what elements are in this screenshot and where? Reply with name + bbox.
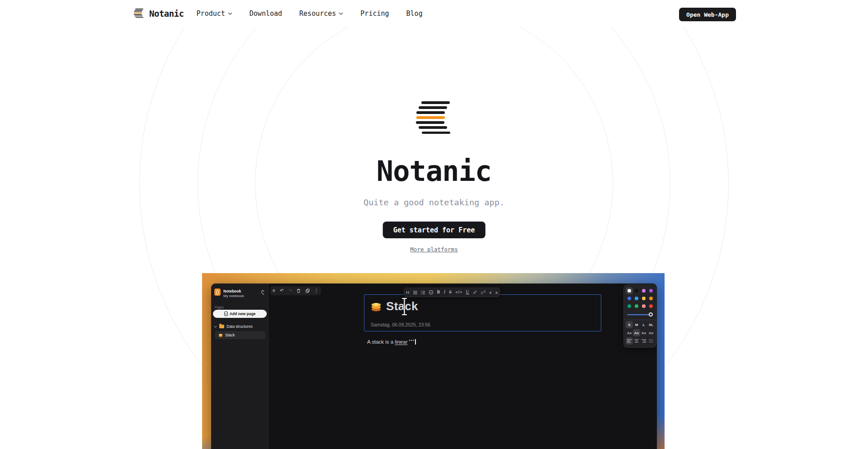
slider-knob[interactable] [649,312,653,317]
italic-button[interactable]: I [444,290,445,295]
align-center-icon[interactable] [633,337,640,345]
open-webapp-button[interactable]: Open Web-App [679,8,736,21]
font-option-1[interactable]: Aa [626,329,633,336]
new-page-icon [224,312,228,316]
chevron-down-icon [339,12,343,15]
heading-button[interactable]: H [406,290,409,295]
editor-area: ≡ ↶ ↷ ⋮ H B I S </> [269,284,657,449]
top-nav: Notanic Product Download Resources Prici… [0,0,868,27]
code-button[interactable]: </> [455,291,462,294]
note-body-text[interactable]: A stack is a linear*** [367,339,416,345]
notebook-switcher-icon[interactable] [261,290,264,295]
nav-item-blog[interactable]: Blog [406,9,423,18]
size-xl-button[interactable]: XL [647,321,655,328]
style-panel: S M L XL Aa Aa Aa Aa [623,284,656,348]
text-cursor [401,297,408,316]
bold-button[interactable]: B [437,290,440,295]
color-swatch-red[interactable] [647,302,655,310]
note-date: Samstag, 06.09.2025, 23:56 [371,322,430,327]
highlighter-icon[interactable] [473,290,477,294]
font-row: Aa Aa Aa Aa [626,329,654,336]
duplicate-icon[interactable] [306,288,310,293]
chevron-down-icon [214,326,217,328]
color-swatch-black[interactable] [633,287,640,294]
editor-toolbar: ≡ ↶ ↷ ⋮ [270,286,321,295]
nav-item-download[interactable]: Download [250,9,282,18]
underline-button[interactable]: U [466,290,469,295]
size-m-button[interactable]: M [633,321,640,328]
size-s-button[interactable]: S [626,321,633,328]
undo-icon[interactable]: ↶ [280,288,283,293]
font-option-3[interactable]: Aa [640,329,647,336]
size-row: S M L XL [626,321,654,328]
align-justify-icon[interactable] [647,337,655,345]
folder-icon [219,325,224,328]
color-swatch-green[interactable] [633,302,640,310]
notebook-subtitle: My notebook [223,294,244,298]
sidebar-page-stack[interactable]: Stack [215,331,265,339]
numbered-list-icon[interactable] [421,291,425,294]
color-swatch-purple[interactable] [647,287,655,294]
thickness-slider[interactable] [627,312,653,317]
page-title: Notanic [0,155,868,188]
checkbox-icon[interactable] [429,290,433,294]
bullet-list-icon[interactable] [413,291,417,294]
more-platforms-link[interactable]: More platforms [410,246,458,253]
app-sidebar: Notebook My notebook Pages Add new page … [211,284,269,449]
color-swatch-salmon[interactable] [640,302,647,310]
color-swatch-blue[interactable] [626,295,633,302]
panel-divider [624,320,656,320]
color-grid [626,287,654,310]
notanic-logo-icon [134,9,145,19]
chevron-down-icon [228,12,232,15]
color-swatch-orchid[interactable] [640,287,647,294]
brand-name: Notanic [149,9,184,19]
color-swatch-teal[interactable] [626,302,633,310]
app-screenshot: Notebook My notebook Pages Add new page … [202,273,665,449]
hero-subtitle: Quite a good notetaking app. [0,198,868,207]
link-icon[interactable] [481,290,486,294]
color-swatch-white[interactable] [626,287,633,294]
menu-icon[interactable]: ≡ [273,288,275,293]
linked-word[interactable]: linear [395,339,407,345]
redo-icon[interactable]: ↷ [288,288,292,293]
color-swatch-gold[interactable] [640,295,647,302]
alignment-row [626,337,654,345]
nav-item-product[interactable]: Product [197,9,232,18]
app-window: Notebook My notebook Pages Add new page … [211,284,657,449]
font-option-2[interactable]: Aa [633,329,640,336]
notanic-logo-large [416,101,452,134]
text-caret [415,339,416,345]
align-right-icon[interactable] [640,337,647,345]
more-options-icon[interactable]: ⋮ [314,288,319,293]
color-swatch-orange[interactable] [647,295,655,302]
nav-item-pricing[interactable]: Pricing [360,9,389,18]
brand[interactable]: Notanic [134,9,184,19]
add-new-page-button[interactable]: Add new page [213,310,267,318]
trash-icon[interactable] [297,288,301,293]
note-title-block[interactable]: Stack Samstag, 06.09.2025, 23:56 [364,294,601,331]
superscript-button[interactable]: x [489,290,491,295]
nav-item-resources[interactable]: Resources [299,9,343,18]
align-left-icon[interactable] [626,337,633,345]
pancakes-icon [370,301,382,312]
color-swatch-sky[interactable] [633,295,640,302]
format-toolbar: H B I S </> U x x [404,288,500,297]
pancakes-icon [218,333,223,337]
notebook-icon [214,288,221,296]
nav-menu: Product Download Resources Pricing Blog [197,9,423,18]
sidebar-folder-data-structures[interactable]: Data structures [214,323,253,330]
strikethrough-button[interactable]: S [449,290,452,295]
size-l-button[interactable]: L [640,321,647,328]
subscript-button[interactable]: x [495,290,498,295]
notebook-title: Notebook [223,289,241,293]
pages-label: Pages [215,306,224,309]
font-option-4[interactable]: Aa [647,329,655,336]
get-started-button[interactable]: Get started for Free [383,222,486,238]
markdown-stars: *** [409,339,415,343]
